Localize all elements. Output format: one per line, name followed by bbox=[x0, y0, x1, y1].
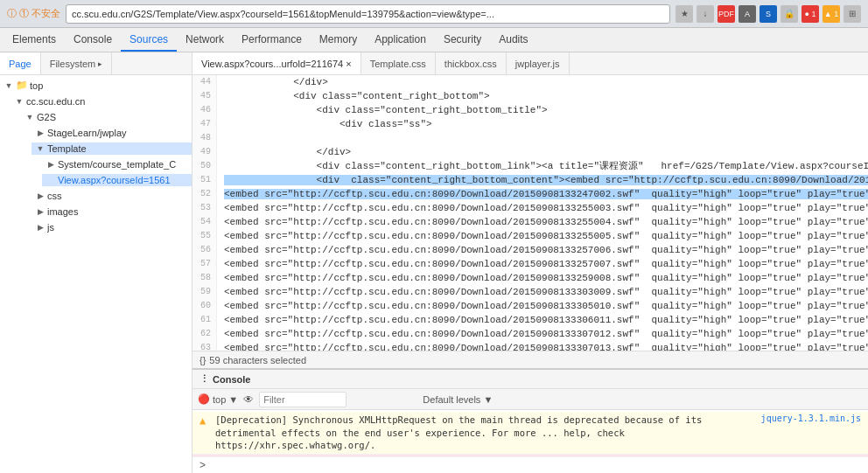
line-number: 58 bbox=[192, 271, 217, 285]
tree-item-g2s[interactable]: ▼ G2S bbox=[0, 109, 192, 125]
line-content: <div class="ss"> bbox=[217, 117, 868, 131]
editor-tab-view[interactable]: View.aspx?cours...urfold=211674 × bbox=[192, 52, 361, 74]
tree-label-js: js bbox=[47, 222, 54, 233]
eye-icon[interactable]: 👁 bbox=[243, 393, 254, 406]
line-number: 48 bbox=[192, 131, 217, 145]
line-content: <embed src="http://ccftp.scu.edu.cn:8090… bbox=[217, 327, 868, 341]
code-line: 46 <div class="content_right_bottom_titl… bbox=[192, 103, 868, 117]
tree-label-images: images bbox=[47, 206, 78, 217]
pdf-icon[interactable]: PDF bbox=[718, 5, 735, 23]
line-number: 50 bbox=[192, 159, 217, 173]
editor-tab-template[interactable]: Template.css bbox=[361, 52, 436, 74]
line-content: <embed src="http://ccftp.scu.edu.cn:8090… bbox=[217, 257, 868, 271]
line-content: <embed src="http://ccftp.scu.edu.cn:8090… bbox=[217, 313, 868, 327]
tab-security[interactable]: Security bbox=[435, 28, 490, 52]
code-line: 52<embed src="http://ccftp.scu.edu.cn:80… bbox=[192, 187, 868, 201]
tree-label-scu: cc.scu.edu.cn bbox=[26, 96, 85, 107]
code-area[interactable]: 44 </div>45 <div class="content_right_bo… bbox=[192, 75, 868, 351]
line-number: 46 bbox=[192, 103, 217, 117]
msg-source[interactable]: jquery-1.3.1.min.js bbox=[761, 414, 861, 423]
code-line: 63<embed src="http://ccftp.scu.edu.cn:80… bbox=[192, 341, 868, 351]
prompt-indicator: > bbox=[200, 459, 206, 471]
tab-page[interactable]: Page bbox=[0, 52, 41, 74]
line-number: 59 bbox=[192, 285, 217, 299]
left-panel: Page Filesystem ▸ ▼ 📁 top ▼ cc.scu.edu.c… bbox=[0, 52, 192, 473]
line-content: <embed src="http://ccftp.scu.edu.cn:8090… bbox=[217, 201, 868, 215]
url-bar[interactable]: cc.scu.edu.cn/G2S/Template/View.aspx?cou… bbox=[66, 4, 670, 24]
right-panel: View.aspx?cours...urfold=211674 × Templa… bbox=[192, 52, 868, 473]
file-tree: ▼ 📁 top ▼ cc.scu.edu.cn ▼ G2S ▶ bbox=[0, 75, 192, 473]
tab-audits[interactable]: Audits bbox=[490, 28, 536, 52]
line-number: 53 bbox=[192, 201, 217, 215]
ext-icon1[interactable]: A bbox=[738, 5, 756, 23]
ext-icon3[interactable]: 🔒 bbox=[780, 5, 798, 23]
line-number: 56 bbox=[192, 243, 217, 257]
download-icon[interactable]: ↓ bbox=[696, 5, 714, 23]
tree-item-css[interactable]: ▶ css bbox=[0, 188, 192, 204]
line-number: 47 bbox=[192, 117, 217, 131]
code-line: 59<embed src="http://ccftp.scu.edu.cn:80… bbox=[192, 285, 868, 299]
line-content: <div class="content_right_bottom_title"> bbox=[217, 103, 868, 117]
code-line: 45 <div class="content_right_bottom"> bbox=[192, 89, 868, 103]
line-content: <embed src="http://ccftp.scu.edu.cn:8090… bbox=[217, 271, 868, 285]
tree-label-g2s: G2S bbox=[37, 112, 56, 122]
line-number: 44 bbox=[192, 75, 217, 89]
tree-label-template: Template bbox=[47, 143, 87, 154]
msg-text: [Deprecation] Synchronous XMLHttpRequest… bbox=[215, 414, 758, 452]
tab-memory[interactable]: Memory bbox=[311, 28, 366, 52]
console-section: ⋮ Console 🔴 top ▼ 👁 Default levels ▼ ▲[D… bbox=[192, 368, 868, 473]
line-content: <embed src="http://ccftp.scu.edu.cn:8090… bbox=[217, 341, 868, 351]
tab-console[interactable]: Console bbox=[65, 28, 121, 52]
line-number: 60 bbox=[192, 299, 217, 313]
tree-item-viewaspx[interactable]: View.aspx?courseId=1561 bbox=[0, 172, 192, 188]
console-filter bbox=[259, 392, 417, 407]
code-line: 48 bbox=[192, 131, 868, 145]
editor-tab-thickbox[interactable]: thickbox.css bbox=[436, 52, 507, 74]
tree-item-images[interactable]: ▶ images bbox=[0, 204, 192, 219]
selection-bar: {} 59 characters selected bbox=[192, 351, 868, 368]
editor-tab-jwplayer[interactable]: jwplayer.js bbox=[507, 52, 570, 74]
tab-performance[interactable]: Performance bbox=[233, 28, 311, 52]
browser-icons: ★ ↓ PDF A S 🔒 ● 1 ▲ 1 ⊞ bbox=[676, 5, 861, 23]
line-content: <embed src="http://ccftp.scu.edu.cn:8090… bbox=[217, 285, 868, 299]
selection-icon: {} bbox=[200, 355, 206, 365]
default-levels[interactable]: Default levels ▼ bbox=[423, 394, 493, 405]
line-number: 55 bbox=[192, 229, 217, 243]
console-header: ⋮ Console bbox=[192, 370, 868, 389]
console-prompt: > bbox=[192, 456, 868, 473]
line-content: <embed src="http://ccftp.scu.edu.cn:8090… bbox=[217, 215, 868, 229]
code-line: 47 <div class="ss"> bbox=[192, 117, 868, 131]
tree-item-scu[interactable]: ▼ cc.scu.edu.cn bbox=[0, 94, 192, 109]
tree-item-template[interactable]: ▼ Template bbox=[0, 141, 192, 157]
error-badge: ● 1 bbox=[802, 5, 819, 23]
bookmark-icon[interactable]: ★ bbox=[676, 5, 693, 23]
console-input[interactable] bbox=[209, 460, 861, 470]
tree-item-js[interactable]: ▶ js bbox=[0, 219, 192, 235]
code-line: 60<embed src="http://ccftp.scu.edu.cn:80… bbox=[192, 299, 868, 313]
ext-icon2[interactable]: S bbox=[760, 5, 777, 23]
line-number: 63 bbox=[192, 341, 217, 351]
selection-count: 59 characters selected bbox=[209, 355, 306, 365]
line-number: 57 bbox=[192, 257, 217, 271]
tab-application[interactable]: Application bbox=[366, 28, 435, 52]
tab-elements[interactable]: Elements bbox=[4, 28, 65, 52]
qr-icon[interactable]: ⊞ bbox=[844, 5, 861, 23]
code-line: 53<embed src="http://ccftp.scu.edu.cn:80… bbox=[192, 201, 868, 215]
tree-item-top[interactable]: ▼ 📁 top bbox=[0, 77, 192, 94]
line-content: <embed src="http://ccftp.scu.edu.cn:8090… bbox=[217, 243, 868, 257]
editor-tabs: View.aspx?cours...urfold=211674 × Templa… bbox=[192, 52, 868, 75]
tab-filesystem[interactable]: Filesystem ▸ bbox=[41, 52, 113, 74]
tab-sources[interactable]: Sources bbox=[121, 28, 177, 52]
console-context: 🔴 top ▼ bbox=[198, 393, 238, 405]
tree-item-stagelearn[interactable]: ▶ StageLearn/jwplay bbox=[0, 125, 192, 141]
code-line: 62<embed src="http://ccftp.scu.edu.cn:80… bbox=[192, 327, 868, 341]
tab-network[interactable]: Network bbox=[177, 28, 233, 52]
console-collapse-icon[interactable]: ⋮ bbox=[200, 373, 209, 385]
filter-input[interactable] bbox=[259, 392, 346, 407]
code-line: 57<embed src="http://ccftp.scu.edu.cn:80… bbox=[192, 257, 868, 271]
code-line: 61<embed src="http://ccftp.scu.edu.cn:80… bbox=[192, 313, 868, 327]
tree-item-system[interactable]: ▶ System/course_template_C bbox=[0, 157, 192, 172]
code-line: 50 <div class="content_right_bottom_link… bbox=[192, 159, 868, 173]
line-content: <embed src="http://ccftp.scu.edu.cn:8090… bbox=[217, 187, 868, 201]
line-number: 49 bbox=[192, 145, 217, 159]
